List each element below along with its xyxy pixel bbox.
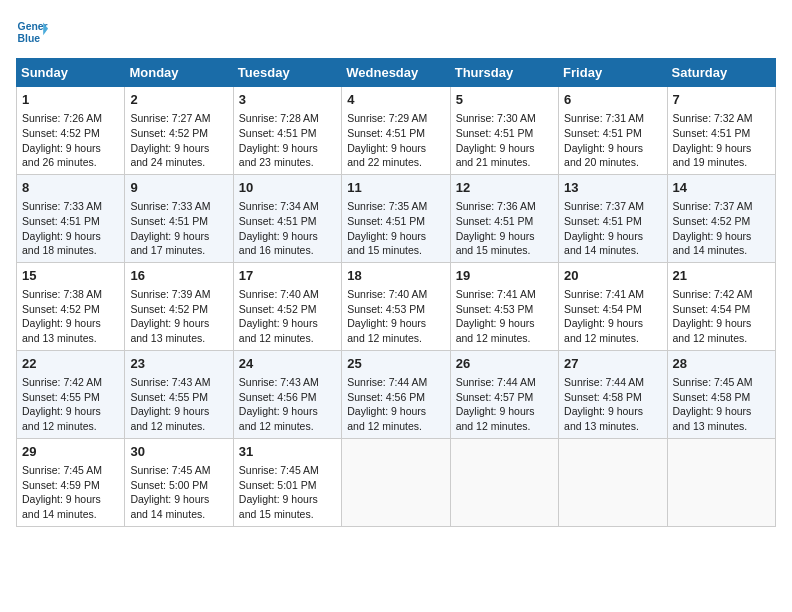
- calendar-cell: 17Sunrise: 7:40 AMSunset: 4:52 PMDayligh…: [233, 262, 341, 350]
- sunrise: Sunrise: 7:41 AM: [456, 288, 536, 300]
- calendar-cell: 5Sunrise: 7:30 AMSunset: 4:51 PMDaylight…: [450, 87, 558, 175]
- sunrise: Sunrise: 7:35 AM: [347, 200, 427, 212]
- sunset: Sunset: 4:53 PM: [456, 303, 534, 315]
- calendar-cell: 12Sunrise: 7:36 AMSunset: 4:51 PMDayligh…: [450, 174, 558, 262]
- sunrise: Sunrise: 7:28 AM: [239, 112, 319, 124]
- daylight: Daylight: 9 hours and 12 minutes.: [564, 317, 643, 344]
- calendar-cell: 13Sunrise: 7:37 AMSunset: 4:51 PMDayligh…: [559, 174, 667, 262]
- sunrise: Sunrise: 7:41 AM: [564, 288, 644, 300]
- sunset: Sunset: 4:56 PM: [347, 391, 425, 403]
- day-number: 22: [22, 355, 119, 373]
- daylight: Daylight: 9 hours and 14 minutes.: [564, 230, 643, 257]
- sunrise: Sunrise: 7:43 AM: [130, 376, 210, 388]
- sunset: Sunset: 4:51 PM: [347, 215, 425, 227]
- daylight: Daylight: 9 hours and 14 minutes.: [22, 493, 101, 520]
- day-number: 7: [673, 91, 770, 109]
- sunset: Sunset: 4:52 PM: [22, 127, 100, 139]
- calendar-cell: 20Sunrise: 7:41 AMSunset: 4:54 PMDayligh…: [559, 262, 667, 350]
- daylight: Daylight: 9 hours and 17 minutes.: [130, 230, 209, 257]
- sunrise: Sunrise: 7:44 AM: [564, 376, 644, 388]
- day-number: 10: [239, 179, 336, 197]
- daylight: Daylight: 9 hours and 23 minutes.: [239, 142, 318, 169]
- sunrise: Sunrise: 7:45 AM: [22, 464, 102, 476]
- sunset: Sunset: 4:52 PM: [130, 303, 208, 315]
- calendar-table: SundayMondayTuesdayWednesdayThursdayFrid…: [16, 58, 776, 527]
- calendar-cell: 11Sunrise: 7:35 AMSunset: 4:51 PMDayligh…: [342, 174, 450, 262]
- logo: General Blue: [16, 16, 48, 48]
- sunrise: Sunrise: 7:29 AM: [347, 112, 427, 124]
- daylight: Daylight: 9 hours and 22 minutes.: [347, 142, 426, 169]
- calendar-cell: 25Sunrise: 7:44 AMSunset: 4:56 PMDayligh…: [342, 350, 450, 438]
- page-header: General Blue: [16, 16, 776, 48]
- day-number: 21: [673, 267, 770, 285]
- sunrise: Sunrise: 7:34 AM: [239, 200, 319, 212]
- day-number: 15: [22, 267, 119, 285]
- sunrise: Sunrise: 7:33 AM: [22, 200, 102, 212]
- daylight: Daylight: 9 hours and 13 minutes.: [22, 317, 101, 344]
- daylight: Daylight: 9 hours and 15 minutes.: [239, 493, 318, 520]
- week-row-4: 22Sunrise: 7:42 AMSunset: 4:55 PMDayligh…: [17, 350, 776, 438]
- week-row-3: 15Sunrise: 7:38 AMSunset: 4:52 PMDayligh…: [17, 262, 776, 350]
- daylight: Daylight: 9 hours and 12 minutes.: [456, 317, 535, 344]
- sunset: Sunset: 4:58 PM: [564, 391, 642, 403]
- day-number: 16: [130, 267, 227, 285]
- calendar-cell: 14Sunrise: 7:37 AMSunset: 4:52 PMDayligh…: [667, 174, 775, 262]
- sunrise: Sunrise: 7:32 AM: [673, 112, 753, 124]
- daylight: Daylight: 9 hours and 20 minutes.: [564, 142, 643, 169]
- sunrise: Sunrise: 7:43 AM: [239, 376, 319, 388]
- svg-text:Blue: Blue: [18, 33, 41, 44]
- sunset: Sunset: 4:52 PM: [673, 215, 751, 227]
- daylight: Daylight: 9 hours and 13 minutes.: [564, 405, 643, 432]
- day-number: 31: [239, 443, 336, 461]
- sunrise: Sunrise: 7:42 AM: [22, 376, 102, 388]
- day-number: 9: [130, 179, 227, 197]
- sunrise: Sunrise: 7:40 AM: [347, 288, 427, 300]
- sunset: Sunset: 4:51 PM: [239, 127, 317, 139]
- sunset: Sunset: 4:55 PM: [22, 391, 100, 403]
- day-number: 11: [347, 179, 444, 197]
- sunset: Sunset: 5:00 PM: [130, 479, 208, 491]
- sunset: Sunset: 4:51 PM: [239, 215, 317, 227]
- daylight: Daylight: 9 hours and 21 minutes.: [456, 142, 535, 169]
- calendar-cell: 30Sunrise: 7:45 AMSunset: 5:00 PMDayligh…: [125, 438, 233, 526]
- daylight: Daylight: 9 hours and 15 minutes.: [456, 230, 535, 257]
- sunset: Sunset: 4:51 PM: [130, 215, 208, 227]
- calendar-cell: 4Sunrise: 7:29 AMSunset: 4:51 PMDaylight…: [342, 87, 450, 175]
- sunrise: Sunrise: 7:40 AM: [239, 288, 319, 300]
- sunset: Sunset: 4:51 PM: [564, 127, 642, 139]
- sunset: Sunset: 4:52 PM: [239, 303, 317, 315]
- col-header-friday: Friday: [559, 59, 667, 87]
- sunrise: Sunrise: 7:39 AM: [130, 288, 210, 300]
- day-number: 25: [347, 355, 444, 373]
- calendar-cell: 28Sunrise: 7:45 AMSunset: 4:58 PMDayligh…: [667, 350, 775, 438]
- sunrise: Sunrise: 7:45 AM: [673, 376, 753, 388]
- calendar-cell: [667, 438, 775, 526]
- calendar-cell: 15Sunrise: 7:38 AMSunset: 4:52 PMDayligh…: [17, 262, 125, 350]
- day-number: 5: [456, 91, 553, 109]
- day-number: 28: [673, 355, 770, 373]
- sunset: Sunset: 4:51 PM: [22, 215, 100, 227]
- calendar-cell: 6Sunrise: 7:31 AMSunset: 4:51 PMDaylight…: [559, 87, 667, 175]
- sunset: Sunset: 4:51 PM: [456, 127, 534, 139]
- day-number: 2: [130, 91, 227, 109]
- daylight: Daylight: 9 hours and 12 minutes.: [673, 317, 752, 344]
- sunset: Sunset: 4:54 PM: [673, 303, 751, 315]
- col-header-thursday: Thursday: [450, 59, 558, 87]
- calendar-cell: 7Sunrise: 7:32 AMSunset: 4:51 PMDaylight…: [667, 87, 775, 175]
- sunrise: Sunrise: 7:26 AM: [22, 112, 102, 124]
- calendar-cell: [342, 438, 450, 526]
- sunset: Sunset: 4:59 PM: [22, 479, 100, 491]
- week-row-2: 8Sunrise: 7:33 AMSunset: 4:51 PMDaylight…: [17, 174, 776, 262]
- calendar-cell: 29Sunrise: 7:45 AMSunset: 4:59 PMDayligh…: [17, 438, 125, 526]
- day-number: 19: [456, 267, 553, 285]
- calendar-header-row: SundayMondayTuesdayWednesdayThursdayFrid…: [17, 59, 776, 87]
- sunrise: Sunrise: 7:30 AM: [456, 112, 536, 124]
- calendar-cell: 19Sunrise: 7:41 AMSunset: 4:53 PMDayligh…: [450, 262, 558, 350]
- day-number: 20: [564, 267, 661, 285]
- col-header-tuesday: Tuesday: [233, 59, 341, 87]
- sunset: Sunset: 4:51 PM: [456, 215, 534, 227]
- sunset: Sunset: 4:52 PM: [22, 303, 100, 315]
- sunrise: Sunrise: 7:33 AM: [130, 200, 210, 212]
- sunrise: Sunrise: 7:36 AM: [456, 200, 536, 212]
- calendar-cell: 21Sunrise: 7:42 AMSunset: 4:54 PMDayligh…: [667, 262, 775, 350]
